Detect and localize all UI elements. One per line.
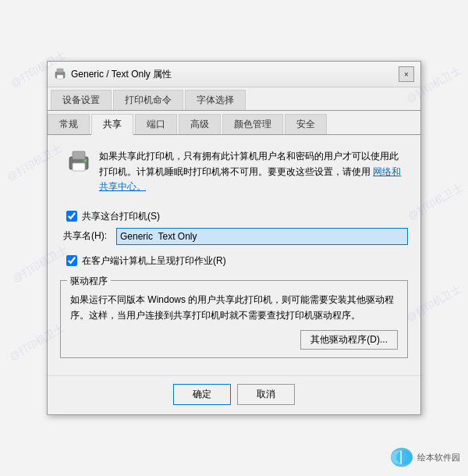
dialog: Generic / Text Only 属性 × 设备设置 打印机命令 字体选择… [47,61,421,414]
outer-wrapper: @打印机卫士 @打印机卫士 @打印机卫士 @打印机卫士 @打印机卫士 @打印机卫… [0,0,468,476]
svg-rect-12 [400,450,402,464]
share-checkbox[interactable] [66,211,77,222]
dialog-title: Generic / Text Only 属性 [71,68,172,81]
logo-icon [389,446,414,468]
client-checkbox-label: 在客户端计算机上呈现打印作业(R) [82,254,226,268]
tab-color-management[interactable]: 颜色管理 [222,114,283,134]
share-name-input[interactable] [116,228,408,245]
info-text-block: 如果共享此打印机，只有拥有此计算机用户名和密码的用户才可以使用此打印机。计算机睡… [99,149,402,194]
tab-printer-commands[interactable]: 打印机命令 [113,90,183,110]
close-button[interactable]: × [399,66,414,82]
svg-text:✓: ✓ [84,160,87,163]
logo-area: 绘本软件园 [389,446,460,468]
printer-title-icon [54,68,66,80]
tab-security[interactable]: 安全 [285,114,327,134]
ok-button[interactable]: 确定 [173,384,231,405]
printer-svg: ✓ [66,149,91,174]
tab-advanced[interactable]: 高级 [179,114,221,134]
tab-font-selection[interactable]: 字体选择 [185,90,246,110]
share-checkbox-label: 共享这台打印机(S) [82,210,160,223]
other-drivers-button[interactable]: 其他驱动程序(D)... [300,330,398,350]
title-bar-left: Generic / Text Only 属性 [54,68,172,81]
share-name-row: 共享名(H): [63,228,408,245]
cancel-button[interactable]: 取消 [237,384,295,405]
bottom-tab-row: 常规 共享 端口 高级 颜色管理 安全 [48,111,420,135]
svg-rect-1 [57,69,63,73]
tab-sharing[interactable]: 共享 [91,114,133,135]
info-main-text: 如果共享此打印机，只有拥有此计算机用户名和密码的用户才可以使用此打印机。计算机睡… [99,151,399,176]
printer-info-icon: ✓ [66,149,91,174]
driver-btn-row: 其他驱动程序(D)... [70,330,398,350]
tab-ports[interactable]: 端口 [135,114,177,134]
svg-point-3 [62,73,64,75]
logo-text: 绘本软件园 [417,452,460,463]
title-bar: Generic / Text Only 属性 × [48,62,420,87]
client-checkbox[interactable] [66,255,77,266]
content-area: ✓ 如果共享此打印机，只有拥有此计算机用户名和密码的用户才可以使用此打印机。计算… [48,135,420,375]
top-tab-row: 设备设置 打印机命令 字体选择 [48,87,420,111]
share-checkbox-row: 共享这台打印机(S) [66,210,408,223]
tab-general[interactable]: 常规 [48,114,90,134]
client-checkbox-row: 在客户端计算机上呈现打印作业(R) [66,254,408,268]
info-box: ✓ 如果共享此打印机，只有拥有此计算机用户名和密码的用户才可以使用此打印机。计算… [60,143,408,201]
driver-section: 驱动程序 如果运行不同版本 Windows 的用户共享此打印机，则可能需要安装其… [60,280,408,358]
driver-text: 如果运行不同版本 Windows 的用户共享此打印机，则可能需要安装其他驱动程序… [70,292,398,324]
tab-device-settings[interactable]: 设备设置 [51,90,112,110]
share-name-label: 共享名(H): [63,229,110,243]
svg-rect-2 [57,75,63,79]
title-bar-buttons: × [399,66,414,82]
driver-section-title: 驱动程序 [67,275,111,288]
svg-rect-5 [73,151,85,159]
svg-rect-6 [73,163,85,171]
svg-point-11 [396,450,413,464]
bottom-bar: 确定 取消 [48,375,420,414]
